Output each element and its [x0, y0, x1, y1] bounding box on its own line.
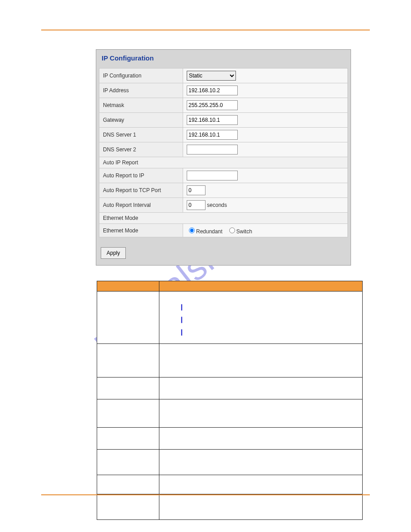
desc-cell [159, 344, 363, 378]
desc-cell [97, 428, 159, 450]
bullet-icon: ❙ [179, 330, 183, 335]
desc-cell [97, 399, 159, 428]
desc-cell [159, 399, 363, 428]
desc-cell [159, 292, 363, 344]
label-dns2: DNS Server 2 [99, 142, 183, 157]
gateway-input[interactable] [187, 115, 238, 125]
dns2-input[interactable] [187, 145, 238, 154]
label-auto-report-interval: Auto Report Interval [99, 198, 183, 213]
divider-top [41, 30, 370, 30]
ethernet-mode-redundant[interactable]: Redundant [187, 228, 223, 235]
radio-switch[interactable] [229, 227, 235, 233]
dns1-input[interactable] [187, 130, 238, 140]
radio-redundant-label: Redundant [196, 228, 223, 235]
netmask-input[interactable] [187, 100, 238, 110]
label-ip-configuration: IP Configuration [99, 69, 183, 83]
ip-address-input[interactable] [187, 86, 238, 95]
divider-bottom [41, 494, 370, 495]
desc-cell [159, 378, 363, 399]
config-table: IP Configuration Static IP Address Netma… [99, 68, 348, 237]
radio-switch-label: Switch [236, 228, 252, 235]
desc-cell [97, 475, 159, 494]
bullet-icon: ❙ [179, 305, 183, 310]
bullet-icon: ❙ [179, 317, 183, 322]
desc-cell [97, 494, 159, 520]
desc-cell [97, 378, 159, 399]
desc-cell [97, 450, 159, 475]
label-netmask: Netmask [99, 98, 183, 113]
label-auto-report-port: Auto Report to TCP Port [99, 183, 183, 198]
label-auto-report-ip: Auto Report to IP [99, 168, 183, 183]
ip-configuration-panel: IP Configuration IP Configuration Static… [96, 49, 351, 266]
desc-cell [97, 292, 159, 344]
desc-header-right [159, 281, 363, 292]
desc-cell [97, 344, 159, 378]
section-auto-ip-report: Auto IP Report [99, 157, 348, 168]
ethernet-mode-switch[interactable]: Switch [227, 228, 252, 235]
label-ethernet-mode: Ethernet Mode [99, 224, 183, 237]
desc-cell [159, 494, 363, 520]
radio-redundant[interactable] [189, 227, 195, 233]
label-ip-address: IP Address [99, 83, 183, 98]
desc-cell [159, 475, 363, 494]
auto-report-ip-input[interactable] [187, 171, 238, 180]
panel-title: IP Configuration [99, 52, 348, 68]
auto-report-interval-input[interactable] [187, 200, 206, 210]
section-ethernet-mode: Ethernet Mode [99, 213, 348, 224]
desc-cell [159, 450, 363, 475]
label-gateway: Gateway [99, 113, 183, 128]
apply-button[interactable]: Apply [101, 247, 126, 259]
auto-report-port-input[interactable] [187, 185, 206, 195]
desc-header-left [97, 281, 159, 292]
ip-configuration-select[interactable]: Static [187, 71, 236, 81]
label-dns1: DNS Server 1 [99, 128, 183, 142]
unit-seconds: seconds [207, 202, 227, 208]
description-table [97, 281, 363, 520]
desc-cell [159, 428, 363, 450]
